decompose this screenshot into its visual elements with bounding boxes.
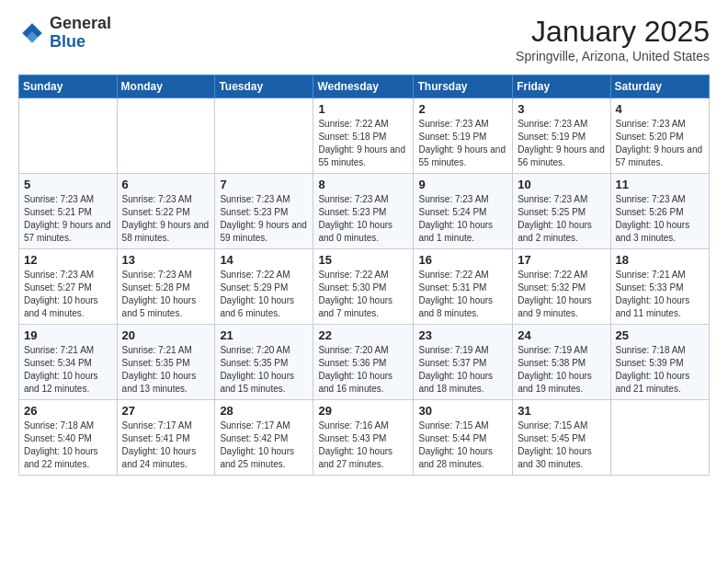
- table-row: [19, 98, 118, 174]
- table-row: 6Sunrise: 7:23 AM Sunset: 5:22 PM Daylig…: [117, 174, 215, 249]
- table-row: 14Sunrise: 7:22 AM Sunset: 5:29 PM Dayli…: [215, 249, 313, 325]
- day-number: 26: [24, 404, 112, 418]
- day-info: Sunrise: 7:23 AM Sunset: 5:28 PM Dayligh…: [122, 269, 210, 320]
- day-number: 3: [518, 102, 605, 116]
- day-number: 23: [418, 328, 507, 342]
- table-row: 3Sunrise: 7:23 AM Sunset: 5:19 PM Daylig…: [513, 98, 610, 174]
- calendar-week-0: 1Sunrise: 7:22 AM Sunset: 5:18 PM Daylig…: [19, 98, 710, 174]
- table-row: 7Sunrise: 7:23 AM Sunset: 5:23 PM Daylig…: [215, 174, 313, 249]
- day-number: 22: [318, 328, 408, 342]
- day-number: 12: [24, 253, 112, 267]
- col-tuesday: Tuesday: [215, 75, 313, 98]
- day-info: Sunrise: 7:20 AM Sunset: 5:35 PM Dayligh…: [220, 344, 308, 396]
- day-info: Sunrise: 7:23 AM Sunset: 5:22 PM Dayligh…: [122, 193, 210, 245]
- month-title: January 2025: [516, 15, 710, 49]
- day-info: Sunrise: 7:18 AM Sunset: 5:40 PM Dayligh…: [24, 419, 112, 471]
- calendar-table: Sunday Monday Tuesday Wednesday Thursday…: [18, 75, 710, 476]
- col-friday: Friday: [513, 75, 610, 98]
- day-number: 8: [318, 178, 408, 191]
- col-saturday: Saturday: [610, 75, 709, 98]
- table-row: 24Sunrise: 7:19 AM Sunset: 5:38 PM Dayli…: [513, 325, 610, 400]
- table-row: 18Sunrise: 7:21 AM Sunset: 5:33 PM Dayli…: [610, 249, 709, 325]
- table-row: [610, 400, 709, 476]
- day-info: Sunrise: 7:22 AM Sunset: 5:32 PM Dayligh…: [518, 269, 605, 320]
- table-row: 28Sunrise: 7:17 AM Sunset: 5:42 PM Dayli…: [215, 400, 313, 476]
- table-row: 26Sunrise: 7:18 AM Sunset: 5:40 PM Dayli…: [19, 400, 118, 476]
- day-info: Sunrise: 7:22 AM Sunset: 5:31 PM Dayligh…: [418, 269, 507, 320]
- location: Springville, Arizona, United States: [516, 49, 710, 63]
- table-row: 20Sunrise: 7:21 AM Sunset: 5:35 PM Dayli…: [117, 325, 215, 400]
- col-wednesday: Wednesday: [313, 75, 414, 98]
- day-info: Sunrise: 7:17 AM Sunset: 5:42 PM Dayligh…: [220, 419, 308, 471]
- logo-general-text: General: [50, 14, 111, 32]
- table-row: 29Sunrise: 7:16 AM Sunset: 5:43 PM Dayli…: [313, 400, 414, 476]
- day-info: Sunrise: 7:23 AM Sunset: 5:23 PM Dayligh…: [318, 193, 408, 245]
- col-sunday: Sunday: [19, 75, 118, 98]
- table-row: 1Sunrise: 7:22 AM Sunset: 5:18 PM Daylig…: [313, 98, 414, 174]
- day-info: Sunrise: 7:19 AM Sunset: 5:38 PM Dayligh…: [518, 344, 605, 396]
- table-row: 5Sunrise: 7:23 AM Sunset: 5:21 PM Daylig…: [19, 174, 118, 249]
- table-row: [215, 98, 313, 174]
- col-monday: Monday: [117, 75, 215, 98]
- day-info: Sunrise: 7:17 AM Sunset: 5:41 PM Dayligh…: [122, 419, 210, 471]
- table-row: 23Sunrise: 7:19 AM Sunset: 5:37 PM Dayli…: [414, 325, 513, 400]
- table-row: 13Sunrise: 7:23 AM Sunset: 5:28 PM Dayli…: [117, 249, 215, 325]
- day-number: 5: [24, 178, 112, 191]
- day-info: Sunrise: 7:22 AM Sunset: 5:18 PM Dayligh…: [318, 118, 408, 169]
- day-number: 24: [518, 328, 605, 342]
- page: General Blue January 2025 Springville, A…: [0, 0, 728, 563]
- day-number: 16: [418, 253, 507, 267]
- day-info: Sunrise: 7:18 AM Sunset: 5:39 PM Dayligh…: [616, 344, 704, 396]
- day-number: 17: [518, 253, 605, 267]
- day-info: Sunrise: 7:21 AM Sunset: 5:35 PM Dayligh…: [122, 344, 210, 396]
- day-info: Sunrise: 7:23 AM Sunset: 5:20 PM Dayligh…: [616, 118, 704, 169]
- table-row: [117, 98, 215, 174]
- table-row: 8Sunrise: 7:23 AM Sunset: 5:23 PM Daylig…: [313, 174, 414, 249]
- day-info: Sunrise: 7:21 AM Sunset: 5:34 PM Dayligh…: [24, 344, 112, 396]
- logo-blue-text: Blue: [50, 32, 85, 51]
- table-row: 19Sunrise: 7:21 AM Sunset: 5:34 PM Dayli…: [19, 325, 118, 400]
- table-row: 21Sunrise: 7:20 AM Sunset: 5:35 PM Dayli…: [215, 325, 313, 400]
- header-row: Sunday Monday Tuesday Wednesday Thursday…: [19, 75, 710, 98]
- table-row: 10Sunrise: 7:23 AM Sunset: 5:25 PM Dayli…: [513, 174, 610, 249]
- day-info: Sunrise: 7:23 AM Sunset: 5:21 PM Dayligh…: [24, 193, 112, 245]
- day-info: Sunrise: 7:19 AM Sunset: 5:37 PM Dayligh…: [418, 344, 507, 396]
- table-row: 31Sunrise: 7:15 AM Sunset: 5:45 PM Dayli…: [513, 400, 610, 476]
- calendar-week-2: 12Sunrise: 7:23 AM Sunset: 5:27 PM Dayli…: [19, 249, 710, 325]
- day-info: Sunrise: 7:15 AM Sunset: 5:44 PM Dayligh…: [418, 419, 507, 471]
- header: General Blue January 2025 Springville, A…: [18, 15, 710, 63]
- table-row: 22Sunrise: 7:20 AM Sunset: 5:36 PM Dayli…: [313, 325, 414, 400]
- day-number: 13: [122, 253, 210, 267]
- day-info: Sunrise: 7:15 AM Sunset: 5:45 PM Dayligh…: [518, 419, 605, 471]
- table-row: 12Sunrise: 7:23 AM Sunset: 5:27 PM Dayli…: [19, 249, 118, 325]
- day-info: Sunrise: 7:20 AM Sunset: 5:36 PM Dayligh…: [318, 344, 408, 396]
- day-info: Sunrise: 7:23 AM Sunset: 5:19 PM Dayligh…: [518, 118, 605, 169]
- day-number: 10: [518, 178, 605, 191]
- table-row: 9Sunrise: 7:23 AM Sunset: 5:24 PM Daylig…: [414, 174, 513, 249]
- calendar-week-4: 26Sunrise: 7:18 AM Sunset: 5:40 PM Dayli…: [19, 400, 710, 476]
- table-row: 27Sunrise: 7:17 AM Sunset: 5:41 PM Dayli…: [117, 400, 215, 476]
- table-row: 15Sunrise: 7:22 AM Sunset: 5:30 PM Dayli…: [313, 249, 414, 325]
- day-number: 14: [220, 253, 308, 267]
- table-row: 25Sunrise: 7:18 AM Sunset: 5:39 PM Dayli…: [610, 325, 709, 400]
- table-row: 4Sunrise: 7:23 AM Sunset: 5:20 PM Daylig…: [610, 98, 709, 174]
- day-number: 30: [418, 404, 507, 418]
- day-info: Sunrise: 7:23 AM Sunset: 5:26 PM Dayligh…: [616, 193, 704, 245]
- day-number: 15: [318, 253, 408, 267]
- day-number: 4: [616, 102, 704, 116]
- calendar-week-1: 5Sunrise: 7:23 AM Sunset: 5:21 PM Daylig…: [19, 174, 710, 249]
- day-info: Sunrise: 7:23 AM Sunset: 5:27 PM Dayligh…: [24, 269, 112, 320]
- day-number: 9: [418, 178, 507, 191]
- day-number: 19: [24, 328, 112, 342]
- day-number: 29: [318, 404, 408, 418]
- table-row: 16Sunrise: 7:22 AM Sunset: 5:31 PM Dayli…: [414, 249, 513, 325]
- title-block: January 2025 Springville, Arizona, Unite…: [516, 15, 710, 63]
- day-number: 6: [122, 178, 210, 191]
- day-number: 28: [220, 404, 308, 418]
- day-number: 11: [616, 178, 704, 191]
- table-row: 30Sunrise: 7:15 AM Sunset: 5:44 PM Dayli…: [414, 400, 513, 476]
- day-info: Sunrise: 7:21 AM Sunset: 5:33 PM Dayligh…: [616, 269, 704, 320]
- col-thursday: Thursday: [414, 75, 513, 98]
- day-number: 21: [220, 328, 308, 342]
- day-number: 20: [122, 328, 210, 342]
